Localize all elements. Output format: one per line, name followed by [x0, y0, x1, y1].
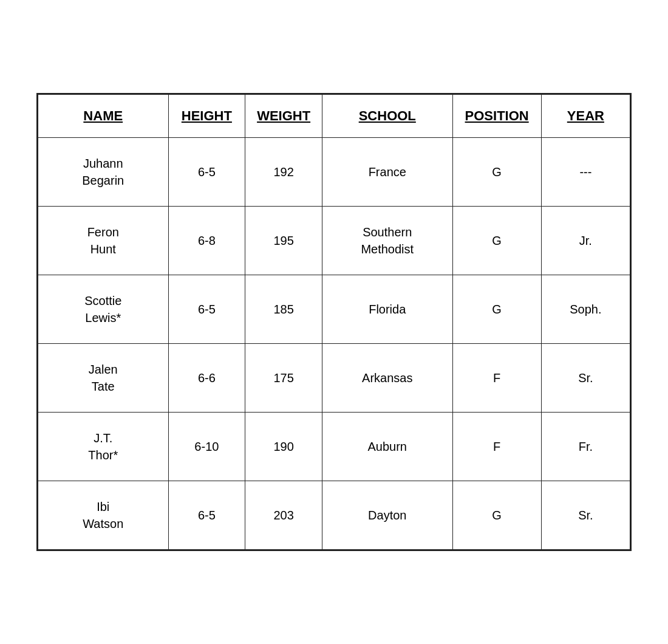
cell-year: Soph.	[541, 275, 630, 344]
cell-school: Arkansas	[322, 344, 453, 413]
cell-height: 6-5	[168, 481, 245, 550]
cell-name: J.T.Thor*	[38, 413, 169, 481]
cell-position: G	[452, 275, 541, 344]
cell-height: 6-8	[168, 207, 245, 275]
table-row: J.T.Thor*6-10190AuburnFFr.	[38, 413, 630, 481]
table-row: IbiWatson6-5203DaytonGSr.	[38, 481, 630, 550]
cell-position: G	[452, 207, 541, 275]
cell-year: Sr.	[541, 481, 630, 550]
table-row: JalenTate6-6175ArkansasFSr.	[38, 344, 630, 413]
player-table-wrapper: NAME HEIGHT WEIGHT SCHOOL POSITION YEAR …	[36, 93, 632, 551]
cell-weight: 175	[245, 344, 322, 413]
header-height: HEIGHT	[168, 95, 245, 138]
cell-school: Auburn	[322, 413, 453, 481]
cell-year: Jr.	[541, 207, 630, 275]
cell-weight: 190	[245, 413, 322, 481]
cell-height: 6-10	[168, 413, 245, 481]
header-school: SCHOOL	[322, 95, 453, 138]
cell-position: F	[452, 413, 541, 481]
cell-height: 6-5	[168, 138, 245, 207]
cell-year: Fr.	[541, 413, 630, 481]
cell-name: ScottieLewis*	[38, 275, 169, 344]
table-row: FeronHunt6-8195SouthernMethodistGJr.	[38, 207, 630, 275]
table-row: ScottieLewis*6-5185FloridaGSoph.	[38, 275, 630, 344]
cell-position: G	[452, 138, 541, 207]
header-weight: WEIGHT	[245, 95, 322, 138]
cell-weight: 203	[245, 481, 322, 550]
cell-name: FeronHunt	[38, 207, 169, 275]
header-name: NAME	[38, 95, 169, 138]
cell-school: Florida	[322, 275, 453, 344]
cell-name: JuhannBegarin	[38, 138, 169, 207]
cell-position: G	[452, 481, 541, 550]
table-row: JuhannBegarin6-5192FranceG---	[38, 138, 630, 207]
cell-school: France	[322, 138, 453, 207]
header-year: YEAR	[541, 95, 630, 138]
cell-name: IbiWatson	[38, 481, 169, 550]
cell-name: JalenTate	[38, 344, 169, 413]
cell-weight: 192	[245, 138, 322, 207]
cell-school: Dayton	[322, 481, 453, 550]
cell-position: F	[452, 344, 541, 413]
cell-weight: 185	[245, 275, 322, 344]
cell-year: ---	[541, 138, 630, 207]
cell-school: SouthernMethodist	[322, 207, 453, 275]
cell-height: 6-6	[168, 344, 245, 413]
header-position: POSITION	[452, 95, 541, 138]
cell-height: 6-5	[168, 275, 245, 344]
cell-year: Sr.	[541, 344, 630, 413]
cell-weight: 195	[245, 207, 322, 275]
player-table: NAME HEIGHT WEIGHT SCHOOL POSITION YEAR …	[38, 94, 630, 550]
header-row: NAME HEIGHT WEIGHT SCHOOL POSITION YEAR	[38, 95, 630, 138]
